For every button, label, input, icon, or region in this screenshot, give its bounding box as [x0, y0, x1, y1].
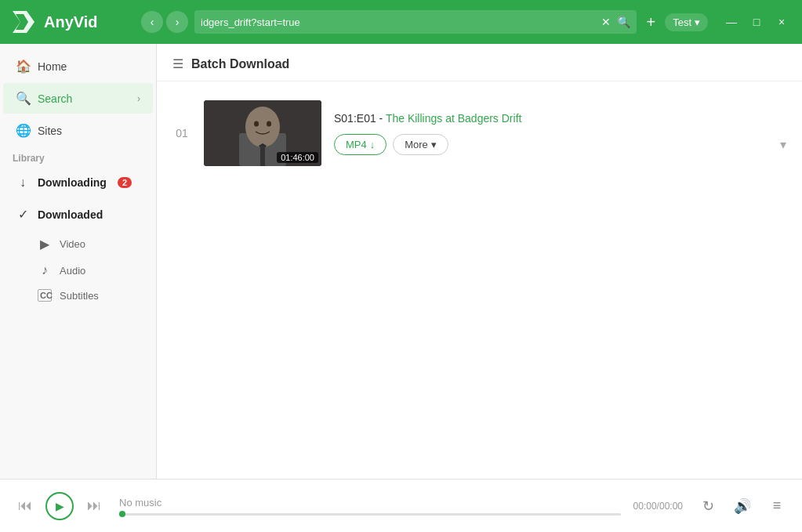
minimize-button[interactable]: — — [720, 11, 742, 33]
search-arrow-icon: › — [137, 93, 140, 104]
sidebar-item-search[interactable]: 🔍 Search › — [3, 83, 153, 114]
nav-buttons: ‹ › — [141, 11, 188, 33]
audio-icon: ♪ — [38, 263, 52, 277]
content-body: 01 — [157, 81, 802, 479]
forward-button[interactable]: › — [166, 11, 188, 33]
thumbnail-wrap: 01:46:00 — [204, 100, 321, 166]
sidebar-sub-items: ▶ Video ♪ Audio CC Subtitles — [0, 230, 156, 308]
downloaded-icon: ✓ — [16, 207, 30, 222]
time-display: 00:00/00:00 — [633, 501, 683, 512]
close-button[interactable]: × — [771, 11, 793, 33]
downloading-badge: 2 — [118, 177, 132, 188]
titlebar: AnyVid ‹ › idgers_drift?start=true ✕ 🔍 +… — [0, 0, 802, 44]
video-list-item: 01 — [172, 94, 786, 172]
repeat-button[interactable]: ↻ — [695, 494, 720, 519]
main-layout: 🏠 Home 🔍 Search › 🌐 Sites Library ↓ Down… — [0, 44, 802, 479]
duration-badge: 01:46:00 — [277, 152, 318, 163]
address-search-icon[interactable]: 🔍 — [617, 16, 630, 28]
sidebar-item-downloaded-label: Downloaded — [38, 208, 103, 221]
player-track-title: No music — [119, 497, 621, 508]
video-info: S01:E01 - The Killings at Badgers Drift … — [334, 112, 786, 155]
content-area: ☰ Batch Download 01 — [157, 44, 802, 479]
subtitles-icon: CC — [38, 289, 52, 302]
prev-button[interactable]: ⏮ — [13, 494, 38, 519]
queue-button[interactable]: ≡ — [764, 494, 789, 519]
address-close-icon[interactable]: ✕ — [601, 16, 611, 28]
more-chevron-icon: ▾ — [431, 139, 437, 150]
svg-rect-9 — [260, 146, 265, 166]
new-tab-button[interactable]: + — [643, 13, 659, 31]
next-button[interactable]: ⏭ — [82, 494, 107, 519]
svg-point-5 — [245, 107, 280, 147]
episode-code: S01:E01 - — [334, 112, 386, 125]
address-bar[interactable]: idgers_drift?start=true ✕ 🔍 — [194, 10, 637, 34]
sidebar-item-subtitles[interactable]: CC Subtitles — [38, 284, 153, 307]
player-controls: ⏮ ▶ ⏭ — [13, 492, 107, 520]
window-controls: — □ × — [720, 11, 793, 33]
sidebar-item-home[interactable]: 🏠 Home — [3, 51, 153, 81]
maximize-button[interactable]: □ — [746, 11, 768, 33]
batch-download-title: Batch Download — [191, 57, 289, 71]
player-bar: ⏮ ▶ ⏭ No music 00:00/00:00 ↻ 🔊 ≡ — [0, 479, 802, 532]
user-label: Test — [673, 16, 691, 28]
batch-download-icon: ☰ — [172, 56, 183, 71]
user-menu-button[interactable]: Test ▾ — [665, 13, 708, 31]
search-icon: 🔍 — [16, 91, 30, 106]
app-logo: AnyVid — [9, 8, 135, 36]
back-button[interactable]: ‹ — [141, 11, 163, 33]
progress-dot — [119, 511, 125, 517]
play-button[interactable]: ▶ — [45, 492, 74, 520]
sidebar-item-video[interactable]: ▶ Video — [38, 231, 153, 257]
video-actions: MP4 ↓ More ▾ ▾ — [334, 134, 786, 155]
progress-bar[interactable] — [119, 513, 621, 516]
mp4-download-button[interactable]: MP4 ↓ — [334, 134, 386, 155]
user-chevron-icon: ▾ — [695, 16, 700, 28]
app-name: AnyVid — [44, 13, 98, 31]
sidebar-item-downloading[interactable]: ↓ Downloading 2 — [3, 168, 153, 197]
content-header: ☰ Batch Download — [157, 44, 802, 81]
sidebar-item-sites-label: Sites — [38, 125, 62, 137]
address-text: idgers_drift?start=true — [201, 16, 595, 28]
sidebar-item-downloaded[interactable]: ✓ Downloaded — [3, 199, 153, 230]
sidebar-item-audio[interactable]: ♪ Audio — [38, 258, 153, 283]
more-button[interactable]: More ▾ — [393, 134, 448, 155]
player-info: No music — [119, 497, 621, 516]
svg-point-6 — [254, 121, 259, 127]
video-icon: ▶ — [38, 237, 52, 252]
sites-icon: 🌐 — [16, 123, 30, 138]
item-number: 01 — [172, 127, 191, 139]
sidebar-item-video-label: Video — [60, 238, 85, 250]
collapse-icon[interactable]: ▾ — [780, 137, 786, 152]
sidebar-item-search-label: Search — [38, 92, 72, 105]
svg-point-7 — [267, 121, 271, 127]
library-label: Library — [0, 147, 156, 167]
sidebar-item-downloading-label: Downloading — [38, 176, 107, 189]
volume-button[interactable]: 🔊 — [730, 494, 755, 519]
download-arrow-icon: ↓ — [370, 139, 376, 150]
sidebar-item-subtitles-label: Subtitles — [60, 290, 99, 302]
sidebar-item-sites[interactable]: 🌐 Sites — [3, 115, 153, 146]
video-title: S01:E01 - The Killings at Badgers Drift — [334, 112, 786, 125]
sidebar: 🏠 Home 🔍 Search › 🌐 Sites Library ↓ Down… — [0, 44, 157, 479]
player-right-controls: ↻ 🔊 ≡ — [695, 494, 789, 519]
sidebar-item-home-label: Home — [38, 60, 67, 73]
sidebar-item-audio-label: Audio — [60, 265, 85, 277]
episode-title: The Killings at Badgers Drift — [386, 112, 522, 125]
more-label: More — [405, 139, 428, 150]
home-icon: 🏠 — [16, 59, 30, 74]
download-icon: ↓ — [16, 176, 30, 190]
mp4-label: MP4 — [346, 139, 367, 150]
logo-icon — [9, 8, 38, 36]
